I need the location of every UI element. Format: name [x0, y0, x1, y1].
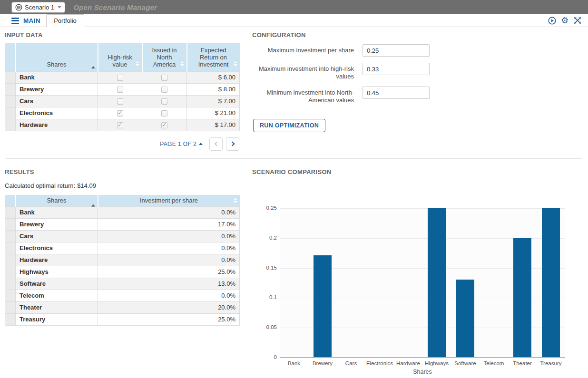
- sort-both-icon: [180, 61, 184, 66]
- chart-bar-brewery: [314, 255, 332, 357]
- north-america-cell: [142, 95, 187, 107]
- row-gutter-cell: [5, 266, 16, 278]
- high-risk-checkbox[interactable]: [117, 75, 123, 81]
- expected-return-cell[interactable]: $ 7.00: [187, 95, 240, 107]
- sort-both-icon: [234, 198, 237, 203]
- chart-bar-treasury: [542, 208, 560, 357]
- north-america-cell: [142, 107, 187, 119]
- main-menu-button[interactable]: MAIN: [11, 17, 40, 24]
- north-america-cell: [142, 83, 187, 95]
- config-row-min-north-american: Minimum investment into North-American v…: [252, 87, 480, 104]
- page-selector[interactable]: PAGE 1 OF 2: [160, 141, 203, 147]
- high-risk-cell: [98, 95, 142, 107]
- open-scenario-manager-link[interactable]: Open Scenario Manager: [73, 3, 157, 11]
- results-header-shares[interactable]: Shares: [16, 195, 98, 206]
- share-name-cell: Software: [16, 278, 98, 290]
- settings-gear-icon[interactable]: ⚙: [560, 16, 569, 25]
- chart-x-axis-title: Shares: [280, 368, 565, 375]
- chevron-left-icon: [214, 142, 219, 146]
- expected-return-cell[interactable]: $ 8.00: [187, 83, 240, 95]
- toolbar-icons: ⚙: [548, 16, 582, 25]
- scenario-name: Scenario 1: [25, 4, 54, 11]
- max-investment-high-risk-input[interactable]: [363, 63, 430, 75]
- results-header-investment[interactable]: Investment per share: [98, 195, 240, 206]
- chart-y-tick-label: 0.15: [258, 265, 277, 271]
- high-risk-cell: [98, 119, 142, 131]
- high-risk-checkbox[interactable]: [117, 87, 123, 93]
- north-america-checkbox[interactable]: [161, 110, 167, 116]
- page-caret-icon: [199, 143, 203, 145]
- north-america-checkbox[interactable]: [161, 75, 167, 81]
- share-name-cell: Telecom: [16, 290, 98, 301]
- expected-return-cell[interactable]: $ 21.00: [187, 107, 240, 119]
- row-gutter-cell: [5, 218, 16, 230]
- north-america-checkbox[interactable]: [161, 98, 167, 105]
- fullscreen-icon[interactable]: [573, 16, 582, 25]
- sort-asc-icon: [91, 59, 95, 68]
- scenario-comparison-panel: SCENARIO COMPARISON 00.050.10.150.20.25B…: [252, 168, 585, 378]
- next-page-button[interactable]: [226, 137, 239, 151]
- investment-cell: 25.0%: [98, 266, 240, 278]
- share-name-cell: Theater: [16, 301, 98, 313]
- configuration-panel: CONFIGURATION Maximum investment per sha…: [252, 31, 480, 132]
- input-table-row: Electronics $ 21.00: [5, 107, 240, 119]
- run-scenario-icon[interactable]: [548, 16, 556, 25]
- prev-page-button[interactable]: [209, 137, 223, 151]
- input-header-expected-return[interactable]: Expected Return on Investment: [187, 43, 240, 71]
- field-label: Minimum investment into North-American v…: [252, 87, 363, 104]
- share-name-cell: Electronics: [16, 242, 98, 254]
- expected-return-cell[interactable]: $ 6.00: [187, 71, 240, 83]
- chart-y-tick-label: 0: [258, 354, 277, 360]
- scenario-selector[interactable]: Scenario 1: [11, 2, 65, 13]
- row-gutter-cell: [5, 71, 16, 83]
- input-data-table: Shares High-risk value Issued in North A…: [5, 43, 240, 131]
- input-header-north-america[interactable]: Issued in North America: [142, 43, 187, 71]
- optimal-return-summary: Calculated optimal return:$14.09: [5, 182, 239, 189]
- share-name-cell: Highways: [16, 266, 98, 278]
- sort-both-icon: [136, 61, 139, 66]
- scenario-comparison-heading: SCENARIO COMPARISON: [252, 168, 585, 175]
- share-name-cell[interactable]: Brewery: [16, 83, 98, 95]
- row-gutter-cell: [5, 290, 16, 301]
- bar-chart-plot: 00.050.10.150.20.25BankBreweryCarsElectr…: [280, 208, 565, 358]
- input-header-shares[interactable]: Shares: [16, 43, 98, 71]
- share-name-cell[interactable]: Cars: [16, 95, 98, 107]
- investment-cell: 0.0%: [98, 230, 240, 242]
- page-label: PAGE 1 OF 2: [160, 141, 196, 147]
- share-name-cell: Treasury: [16, 313, 98, 325]
- north-america-cell: [142, 71, 187, 83]
- run-optimization-button[interactable]: RUN OPTIMIZATION: [253, 119, 325, 132]
- share-name-cell[interactable]: Bank: [16, 71, 98, 83]
- results-table-row: Highways 25.0%: [5, 266, 240, 278]
- field-label: Maximum investment into high-risk values: [252, 63, 363, 80]
- expected-return-cell[interactable]: $ 17.00: [187, 119, 240, 131]
- investment-cell: 0.0%: [98, 206, 240, 218]
- row-gutter-cell: [5, 119, 16, 131]
- input-table-row: Cars $ 7.00: [5, 95, 240, 107]
- high-risk-checkbox[interactable]: [117, 122, 123, 128]
- chart-x-tick-label: Treasury: [532, 360, 570, 366]
- main-menu-label: MAIN: [23, 17, 40, 24]
- share-name-cell[interactable]: Hardware: [16, 119, 98, 131]
- results-table-row: Telecom 0.0%: [5, 290, 240, 301]
- investment-cell: 0.0%: [98, 242, 240, 254]
- results-table-row: Hardware 0.0%: [5, 254, 240, 266]
- input-header-high-risk[interactable]: High-risk value: [98, 43, 142, 71]
- chart-gridline: [280, 208, 565, 209]
- tab-bar: MAIN Portfolio ⚙: [0, 14, 588, 27]
- tab-portfolio[interactable]: Portfolio: [46, 14, 84, 27]
- high-risk-checkbox[interactable]: [117, 98, 123, 105]
- row-gutter-cell: [5, 206, 16, 218]
- investment-cell: 25.0%: [98, 313, 240, 325]
- north-america-checkbox[interactable]: [161, 122, 167, 128]
- share-name-cell[interactable]: Electronics: [16, 107, 98, 119]
- max-investment-per-share-input[interactable]: [363, 44, 430, 57]
- row-gutter-cell: [5, 313, 16, 325]
- results-table: Shares Investment per share Bank 0.0%: [5, 195, 240, 326]
- high-risk-checkbox[interactable]: [117, 110, 123, 116]
- min-investment-north-american-input[interactable]: [363, 87, 430, 99]
- north-america-cell: [142, 119, 187, 131]
- north-america-checkbox[interactable]: [161, 87, 167, 93]
- chart-y-tick-label: 0.05: [258, 324, 277, 330]
- chart-y-tick-label: 0.1: [258, 294, 277, 300]
